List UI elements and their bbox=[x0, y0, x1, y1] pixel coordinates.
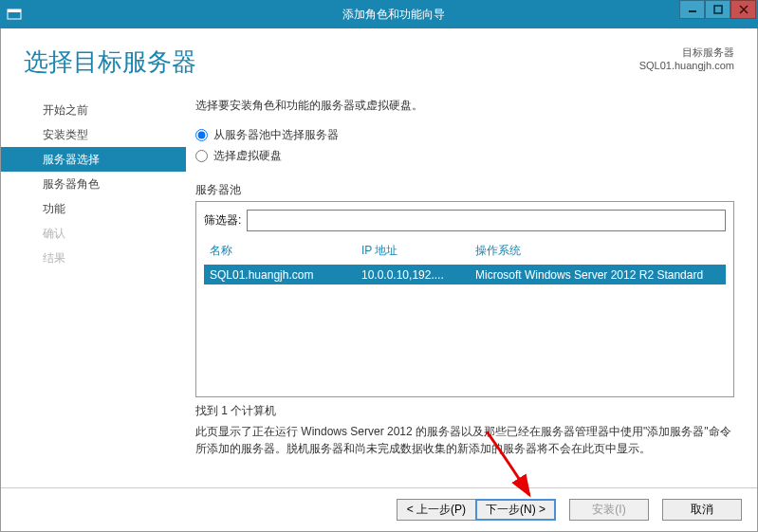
sidebar-item-server-roles[interactable]: 服务器角色 bbox=[1, 172, 186, 196]
cell-ip: 10.0.0.10,192.... bbox=[356, 268, 470, 282]
info-note: 此页显示了正在运行 Windows Server 2012 的服务器以及那些已经… bbox=[195, 423, 734, 457]
radio-vhd[interactable] bbox=[195, 150, 208, 162]
main-content: 选择要安装角色和功能的服务器或虚拟硬盘。 从服务器池中选择服务器 选择虚拟硬盘 … bbox=[186, 86, 757, 487]
table-row[interactable]: SQL01.huangjh.com 10.0.0.10,192.... Micr… bbox=[204, 266, 726, 284]
destination-value: SQL01.huangjh.com bbox=[639, 59, 734, 72]
destination-label: 目标服务器 bbox=[639, 46, 734, 59]
server-pool-label: 服务器池 bbox=[195, 182, 734, 198]
radio-vhd-label: 选择虚拟硬盘 bbox=[213, 148, 282, 164]
radio-server-pool[interactable] bbox=[195, 129, 208, 141]
titlebar: 添加角色和功能向导 bbox=[0, 0, 758, 28]
svg-rect-3 bbox=[714, 6, 722, 13]
sidebar-item-before-you-begin[interactable]: 开始之前 bbox=[1, 98, 186, 122]
window-controls bbox=[679, 0, 756, 19]
maximize-button[interactable] bbox=[705, 0, 730, 19]
sidebar-item-installation-type[interactable]: 安装类型 bbox=[1, 122, 186, 147]
cell-name: SQL01.huangjh.com bbox=[204, 268, 356, 282]
wizard-icon bbox=[0, 7, 28, 22]
svg-rect-1 bbox=[8, 9, 21, 12]
found-count-label: 找到 1 个计算机 bbox=[195, 403, 734, 419]
next-button[interactable]: 下一步(N) > bbox=[475, 499, 556, 521]
filter-label: 筛选器: bbox=[204, 212, 241, 229]
page-title: 选择目标服务器 bbox=[24, 46, 196, 79]
server-table: 名称 IP 地址 操作系统 SQL01.huangjh.com 10.0.0.1… bbox=[204, 239, 726, 389]
col-header-os[interactable]: 操作系统 bbox=[470, 243, 726, 259]
col-header-ip[interactable]: IP 地址 bbox=[356, 243, 470, 259]
wizard-footer: < 上一步(P) 下一步(N) > 安装(I) 取消 bbox=[1, 487, 757, 531]
filter-row: 筛选器: bbox=[204, 210, 726, 231]
wizard-sidebar: 开始之前 安装类型 服务器选择 服务器角色 功能 确认 结果 bbox=[1, 86, 186, 487]
minimize-button[interactable] bbox=[679, 0, 705, 19]
titlebar-title: 添加角色和功能向导 bbox=[28, 7, 758, 23]
filter-input[interactable] bbox=[247, 210, 726, 231]
intro-text: 选择要安装角色和功能的服务器或虚拟硬盘。 bbox=[195, 98, 734, 114]
sidebar-item-features[interactable]: 功能 bbox=[1, 196, 186, 221]
server-pool-box: 筛选器: 名称 IP 地址 操作系统 SQL01.huangjh.com 10.… bbox=[195, 201, 734, 397]
sidebar-item-confirmation: 确认 bbox=[1, 221, 186, 246]
header-row: 选择目标服务器 目标服务器 SQL01.huangjh.com bbox=[1, 28, 757, 86]
cell-os: Microsoft Windows Server 2012 R2 Standar… bbox=[470, 268, 726, 282]
sidebar-item-results: 结果 bbox=[1, 246, 186, 270]
destination-block: 目标服务器 SQL01.huangjh.com bbox=[639, 46, 734, 79]
table-body: SQL01.huangjh.com 10.0.0.10,192.... Micr… bbox=[204, 266, 726, 389]
sidebar-item-server-selection[interactable]: 服务器选择 bbox=[1, 147, 186, 172]
radio-vhd-row[interactable]: 选择虚拟硬盘 bbox=[195, 148, 734, 164]
radio-server-pool-label: 从服务器池中选择服务器 bbox=[213, 127, 339, 143]
close-button[interactable] bbox=[730, 0, 756, 19]
table-header: 名称 IP 地址 操作系统 bbox=[204, 239, 726, 266]
col-header-name[interactable]: 名称 bbox=[204, 243, 356, 259]
install-button: 安装(I) bbox=[569, 499, 649, 521]
previous-button[interactable]: < 上一步(P) bbox=[397, 499, 476, 521]
cancel-button[interactable]: 取消 bbox=[662, 499, 742, 521]
radio-server-pool-row[interactable]: 从服务器池中选择服务器 bbox=[195, 127, 734, 143]
